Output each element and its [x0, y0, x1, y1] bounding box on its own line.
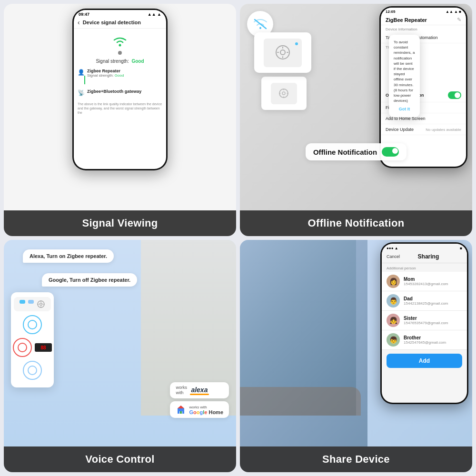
- person-row-sister: 👧 Sister 15476535479@gmail.com: [382, 311, 467, 330]
- signal-strength-value: Good: [131, 59, 144, 64]
- phone-time-2: 12:05: [386, 10, 395, 14]
- person-email-dad: 15442138425@gmail.com: [404, 301, 448, 306]
- device-update-row: Device Update No updates available: [381, 124, 466, 135]
- alexa-brand-text: alexa: [191, 386, 208, 394]
- works-with-google-badge: works with Google Home: [170, 401, 229, 418]
- alexa-cmd-text: Alexa, Turn on Zigbee repeater.: [30, 253, 107, 259]
- person-row-brother: 👦 Brother 1542547645@gmail.com: [382, 330, 467, 350]
- google-command-bubble: Google, Turn off Zigbee repeater.: [42, 273, 137, 287]
- back-arrow-icon[interactable]: ‹: [78, 19, 80, 26]
- device-indicator-right: [28, 300, 34, 304]
- device-item-1: 👤 Zigbee Repeater Signal strength: Good: [78, 69, 162, 85]
- cell1-label: Signal Viewing: [4, 210, 236, 236]
- alexa-works-line2: with: [176, 390, 187, 396]
- svg-point-3: [280, 50, 285, 55]
- person-email-mom: 15453282413@gmail.com: [404, 282, 448, 286]
- avatar-dad: 👨: [387, 294, 400, 307]
- cell3-label: Voice Control: [4, 446, 236, 472]
- offline-notification-badge: Offline Notification: [240, 143, 472, 160]
- avatar-brother: 👦: [387, 333, 400, 347]
- device-panel: 88: [11, 292, 54, 387]
- led-display: 88: [35, 343, 52, 352]
- phone-time-1: 09:47: [79, 12, 89, 17]
- cell2-label: Offline Notification: [240, 210, 472, 236]
- device-name-1: Zigbee Repeater: [87, 69, 124, 73]
- wifi-signal-icon: [111, 34, 129, 50]
- cell-offline: 12:05 ▲▲ ▲ ■ ZigBee Repeater ✎ Device In…: [240, 4, 472, 236]
- screen-title-1: Device signal detection: [83, 20, 141, 25]
- device-item-2: 📡 Zigbee+Bluetooth gateway: [78, 89, 162, 96]
- avatar-sister: 👧: [387, 314, 400, 327]
- device-btn-bottom[interactable]: [23, 361, 42, 380]
- cancel-label[interactable]: Cancel: [387, 254, 400, 259]
- offline-badge-toggle[interactable]: [382, 147, 399, 157]
- p4-battery: ■: [460, 246, 462, 250]
- works-with-container: works with alexa: [170, 382, 229, 418]
- phone-signal: 09:47 ▲▲ ▲ ‹ Device signal detection: [72, 9, 168, 170]
- device-name-2: Zigbee+Bluetooth gateway: [87, 89, 141, 94]
- person-info-mom: Mom 15453282413@gmail.com: [404, 277, 448, 286]
- alexa-underline: [190, 394, 209, 395]
- avatar-mom: 👩: [387, 275, 400, 288]
- google-home-brand-text: Google Home: [189, 409, 223, 415]
- sharing-title: Sharing: [418, 253, 439, 260]
- device-info-label: Device Information: [381, 25, 466, 32]
- main-grid: 09:47 ▲▲ ▲ ‹ Device signal detection: [0, 0, 476, 476]
- phone-share: ●●● ▲ ■ Cancel Sharing Additional person…: [380, 242, 468, 404]
- person-name-brother: Brother: [404, 335, 446, 340]
- google-home-text-block: works with Google Home: [189, 404, 223, 415]
- signal-icons-2: ▲▲ ▲ ■: [446, 10, 461, 14]
- google-home-icon: [176, 405, 186, 415]
- popup-text: To avoid constant reminders, a notificat…: [394, 40, 415, 103]
- p4-header: Cancel Sharing: [382, 251, 467, 263]
- device-note: The above is the link quality indicator …: [74, 102, 166, 115]
- person-info-dad: Dad 15442138425@gmail.com: [404, 296, 448, 306]
- svg-point-1: [259, 27, 261, 29]
- person-name-mom: Mom: [404, 277, 448, 282]
- offline-badge-text: Offline Notification: [313, 148, 377, 156]
- person-row-dad: 👨 Dad 15442138425@gmail.com: [382, 291, 467, 311]
- alexa-works-line1: works: [176, 385, 187, 390]
- add-button[interactable]: Add: [387, 354, 462, 368]
- device-btn-red[interactable]: [13, 338, 32, 357]
- alexa-command-bubble: Alexa, Turn on Zigbee repeater.: [23, 249, 114, 263]
- device-icon-1: 👤: [78, 69, 85, 76]
- device-top-bar: [14, 297, 51, 311]
- person-info-brother: Brother 1542547645@gmail.com: [404, 335, 446, 345]
- google-cmd-text: Google, Turn off Zigbee repeater.: [49, 277, 130, 283]
- zigbee-title: ZigBee Repeater: [386, 17, 427, 23]
- cell-share-device: ●●● ▲ ■ Cancel Sharing Additional person…: [240, 240, 472, 472]
- no-updates-label: No updates available: [426, 128, 461, 132]
- device-strength-1: Signal strength: Good: [87, 73, 124, 78]
- google-works-line: works with: [189, 405, 207, 409]
- svg-point-5: [282, 92, 285, 95]
- device-update-label[interactable]: Device Update: [386, 127, 414, 132]
- cell4-label: Share Device: [240, 446, 472, 472]
- device-btn-top[interactable]: [23, 315, 42, 334]
- signal-icons-1: ▲▲ ▲: [148, 12, 161, 17]
- device-list: 👤 Zigbee Repeater Signal strength: Good …: [74, 67, 166, 102]
- person-email-brother: 1542547645@gmail.com: [404, 340, 446, 345]
- p4-statusbar: ●●● ▲ ■: [382, 244, 467, 251]
- device-icon-2: 📡: [78, 89, 85, 96]
- signal-dot: [118, 51, 122, 55]
- person-name-dad: Dad: [404, 296, 448, 301]
- couch-hint: [240, 387, 361, 416]
- offline-toggle[interactable]: [448, 91, 461, 99]
- person-name-sister: Sister: [404, 316, 448, 321]
- zigbee-device-small: [261, 77, 307, 110]
- cell-signal-viewing: 09:47 ▲▲ ▲ ‹ Device signal detection: [4, 4, 236, 236]
- cell-voice-control: Alexa, Turn on Zigbee repeater. Google, …: [4, 240, 236, 472]
- alexa-brand: alexa: [190, 386, 209, 395]
- person-info-sister: Sister 15476535479@gmail.com: [404, 316, 448, 325]
- edit-icon[interactable]: ✎: [457, 17, 461, 23]
- got-it-button[interactable]: Got It: [394, 106, 415, 112]
- person-row-mom: 👩 Mom 15453282413@gmail.com: [382, 272, 467, 291]
- svg-point-7: [40, 303, 42, 306]
- device-indicator-left: [20, 300, 25, 304]
- zigbee-device-large: [254, 32, 311, 73]
- works-with-alexa-badge: works with alexa: [170, 382, 229, 398]
- p4-signal: ●●● ▲: [387, 246, 398, 250]
- antenna-icon: [37, 300, 45, 308]
- svg-rect-8: [180, 411, 182, 414]
